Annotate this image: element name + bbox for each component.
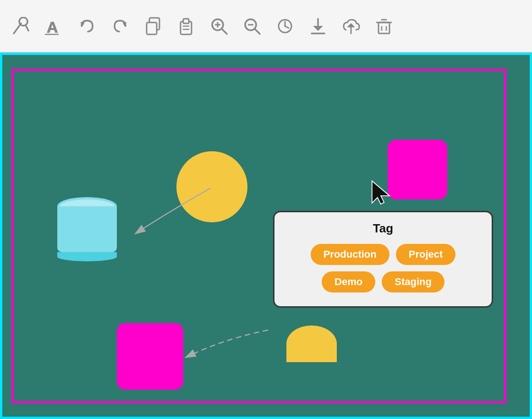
tag-item[interactable]: Staging xyxy=(382,271,444,292)
svg-marker-24 xyxy=(313,26,323,31)
tag-item[interactable]: Demo xyxy=(322,271,375,292)
magenta-square-top[interactable] xyxy=(388,140,447,199)
svg-point-1 xyxy=(19,17,27,26)
svg-text:A: A xyxy=(47,18,58,35)
yellow-circle-top[interactable] xyxy=(176,151,247,222)
svg-rect-8 xyxy=(147,22,157,34)
download-button[interactable] xyxy=(306,14,330,38)
database-shape[interactable] xyxy=(57,197,117,261)
paste-button[interactable] xyxy=(174,14,198,38)
copy-button[interactable] xyxy=(141,14,165,38)
history-button[interactable] xyxy=(273,14,297,38)
cursor-arrow xyxy=(369,179,388,197)
upload-button[interactable] xyxy=(339,14,363,38)
zoom-out-button[interactable] xyxy=(240,14,264,38)
svg-line-22 xyxy=(285,26,289,28)
magenta-square-bottom[interactable] xyxy=(117,323,183,390)
tag-popup[interactable]: Tag ProductionProjectDemoStaging xyxy=(273,211,493,308)
canvas-area[interactable]: Tag ProductionProjectDemoStaging xyxy=(0,53,532,419)
yellow-circle-bottom[interactable] xyxy=(286,325,337,362)
tag-item[interactable]: Project xyxy=(396,244,456,265)
text-tool-button[interactable]: A xyxy=(42,14,66,38)
svg-line-18 xyxy=(255,29,260,34)
tag-popup-title: Tag xyxy=(288,221,478,236)
svg-rect-10 xyxy=(183,19,189,23)
trash-button[interactable] xyxy=(372,14,396,38)
tag-item[interactable]: Production xyxy=(311,244,389,265)
svg-marker-35 xyxy=(372,181,389,204)
svg-line-2 xyxy=(26,25,28,31)
svg-rect-28 xyxy=(378,22,389,33)
undo-button[interactable] xyxy=(75,14,99,38)
redo-button[interactable] xyxy=(108,14,132,38)
toolbar: A xyxy=(0,0,532,53)
select-tool-button[interactable] xyxy=(9,14,33,38)
tag-tags-container: ProductionProjectDemoStaging xyxy=(288,244,478,292)
svg-line-14 xyxy=(222,29,227,34)
svg-marker-27 xyxy=(347,23,355,27)
zoom-in-button[interactable] xyxy=(207,14,231,38)
